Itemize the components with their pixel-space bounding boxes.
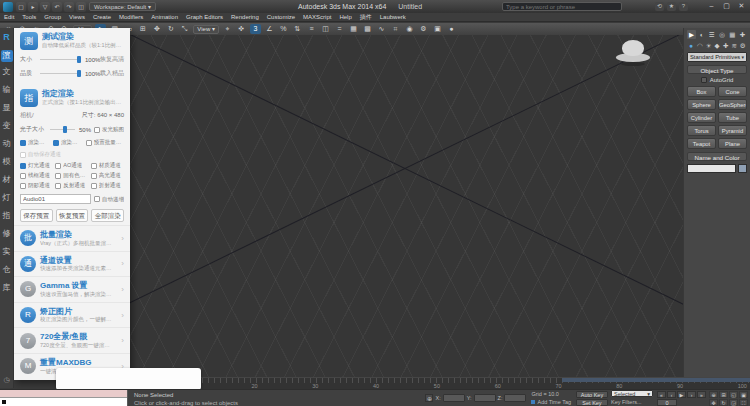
dock-tab-transform[interactable]: 变 — [3, 122, 11, 130]
menu-maxscript[interactable]: MAXScript — [299, 14, 335, 20]
section-batch-render[interactable]: 批 批量渲染 Vray（正式）多相机批量渲染，一次出多张图 › — [14, 225, 130, 251]
auto-increment-box[interactable] — [94, 196, 100, 202]
quality-slider[interactable] — [40, 73, 81, 74]
zoom-extents-all-icon[interactable]: ▣ — [739, 391, 748, 398]
tab-utilities[interactable]: ✚ — [738, 30, 747, 39]
listener-pane[interactable] — [0, 398, 127, 406]
zoom-icon[interactable]: ⊕ — [709, 391, 718, 398]
cylinder-button[interactable]: Cylinder — [687, 112, 716, 123]
size-slider[interactable] — [40, 59, 81, 60]
menu-views[interactable]: Views — [65, 14, 89, 20]
category-lights-icon[interactable]: ☀ — [704, 41, 713, 50]
section-fix-image[interactable]: R 矫正图片 校正渲染图片颜色，一键解决偏色问题 › — [14, 302, 130, 328]
search-input[interactable] — [502, 2, 622, 11]
align-icon[interactable]: = — [334, 24, 345, 34]
next-frame-button[interactable]: › — [687, 391, 696, 398]
category-geometry-icon[interactable]: ● — [687, 41, 696, 50]
section-channel-setup[interactable]: 通 通道设置 快速添加各类渲染通道元素，方便后期处理 › — [14, 251, 130, 277]
channel-checkbox-shadow[interactable]: 阴影通道 — [20, 182, 53, 189]
snaps-toggle-icon[interactable]: 3 — [250, 24, 261, 34]
dock-tab-model[interactable]: 模 — [3, 158, 11, 166]
project-folder-icon[interactable]: ◫ — [76, 2, 86, 12]
zoom-region-icon[interactable]: ◲ — [729, 399, 738, 406]
dock-tab-file[interactable]: 文 — [3, 68, 11, 76]
material-editor-icon[interactable]: ◉ — [404, 24, 415, 34]
teapot-button[interactable]: Teapot — [687, 138, 716, 149]
camera-dropdown[interactable]: 相机/ — [20, 111, 34, 120]
menu-create[interactable]: Create — [89, 14, 115, 20]
autogrid-checkbox[interactable] — [701, 77, 707, 83]
channel-checkbox-reflect[interactable]: 反射通道 — [55, 182, 88, 189]
pyramid-button[interactable]: Pyramid — [718, 125, 747, 136]
plane-button[interactable]: Plane — [718, 138, 747, 149]
photon-slider-thumb[interactable] — [63, 126, 67, 133]
layer-manager-icon[interactable]: ▦ — [348, 24, 359, 34]
plugin-logo[interactable]: R — [3, 32, 10, 42]
channel-box[interactable] — [20, 183, 26, 189]
sphere-button[interactable]: Sphere — [687, 99, 716, 110]
x-coordinate-field[interactable] — [443, 394, 465, 402]
save-preset-button[interactable]: 保存预置 — [20, 209, 53, 222]
dock-tab-display[interactable]: 显 — [3, 104, 11, 112]
favorites-icon[interactable]: ★ — [667, 2, 676, 11]
rendered-frame-window-icon[interactable]: ▣ — [432, 24, 443, 34]
tab-motion[interactable]: ◎ — [718, 30, 727, 39]
maxscript-mini-listener[interactable] — [0, 390, 128, 406]
render-camera-box[interactable] — [53, 140, 59, 146]
channel-checkbox-wireframe[interactable]: 线框通道 — [20, 172, 53, 179]
select-and-move-icon[interactable]: ✥ — [151, 24, 162, 34]
channel-box[interactable] — [91, 163, 97, 169]
dock-tab-material[interactable]: 材 — [3, 176, 11, 184]
channel-setup-title[interactable]: 通道设置 — [40, 256, 114, 266]
sync-icon[interactable]: ⟲ — [655, 2, 664, 11]
select-and-rotate-icon[interactable]: ↻ — [165, 24, 176, 34]
channel-checkbox-material[interactable]: 材质通道 — [91, 162, 124, 169]
category-systems-icon[interactable]: ⚙ — [738, 41, 747, 50]
auto-increment-checkbox[interactable]: 自动递增 — [94, 196, 124, 203]
channel-box[interactable] — [55, 163, 61, 169]
dock-tab-animation[interactable]: 动 — [3, 140, 11, 148]
autosave-channel-box[interactable] — [20, 152, 26, 158]
render-photon-box[interactable] — [20, 140, 26, 146]
undo-icon[interactable]: ↶ — [52, 2, 62, 12]
batch-render-title[interactable]: 批量渲染 — [40, 230, 114, 240]
zoom-all-icon[interactable]: ⊞ — [719, 391, 728, 398]
channel-box[interactable] — [91, 173, 97, 179]
name-color-rollout[interactable]: Name and Color — [687, 152, 747, 161]
absolute-mode-toggle[interactable]: ⊕ — [425, 394, 433, 402]
channel-checkbox-ao[interactable]: AO通道 — [55, 162, 88, 169]
cone-button[interactable]: Cone — [718, 86, 747, 97]
play-button[interactable]: ▶ — [677, 391, 686, 398]
tab-display[interactable]: ▦ — [728, 30, 737, 39]
primitive-category-dropdown[interactable]: Standard Primitives ▾ — [687, 52, 747, 62]
select-and-scale-icon[interactable]: ⤡ — [179, 24, 190, 34]
zoom-extents-icon[interactable]: ◱ — [729, 391, 738, 398]
previous-frame-button[interactable]: ‹ — [667, 391, 676, 398]
select-and-manipulate-icon[interactable]: ✜ — [236, 24, 247, 34]
channel-box[interactable] — [55, 173, 61, 179]
glow-map-checkbox[interactable]: 发光贴图 — [94, 126, 124, 133]
category-helpers-icon[interactable]: ✚ — [721, 41, 730, 50]
render-setup-icon[interactable]: ⚙ — [418, 24, 429, 34]
menu-help[interactable]: Help — [335, 14, 355, 20]
spinner-snap-icon[interactable]: ⇅ — [292, 24, 303, 34]
menu-plugin[interactable]: 插件 — [356, 13, 376, 22]
set-key-button[interactable]: Set Key — [576, 399, 608, 406]
assign-render-title[interactable]: 指定渲染 — [42, 89, 124, 99]
time-tag-row[interactable]: Add Time Tag — [531, 398, 571, 406]
restore-preset-button[interactable]: 恢复预置 — [56, 209, 89, 222]
dock-tab-warehouse[interactable]: 仓 — [3, 266, 11, 274]
object-name-field[interactable] — [687, 164, 736, 173]
glow-map-box[interactable] — [94, 127, 100, 133]
object-type-rollout[interactable]: Object Type — [687, 65, 747, 74]
size-link[interactable]: 恢复高清 — [100, 55, 124, 64]
go-to-start-button[interactable]: « — [657, 391, 666, 398]
open-file-icon[interactable]: ▸ — [28, 2, 38, 12]
menu-laubwerk[interactable]: Laubwerk — [376, 14, 410, 20]
preset-batch-box[interactable] — [86, 140, 92, 146]
section-gamma-setup[interactable]: G Gamma 设置 快速设置伽马值，解决渲染发灰发暗问题 › — [14, 276, 130, 302]
geosphere-button[interactable]: GeoSphere — [718, 99, 747, 110]
max-logo-icon[interactable] — [3, 2, 13, 12]
named-selection-sets-icon[interactable]: ≡ — [306, 24, 317, 34]
tab-modify[interactable]: ◐ — [697, 30, 706, 39]
